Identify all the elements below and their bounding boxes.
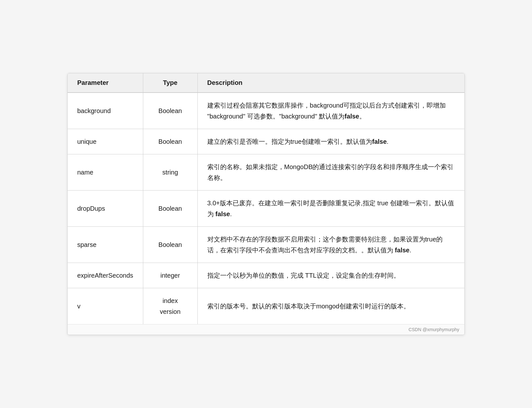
cell-param: sparse bbox=[68, 227, 143, 263]
cell-type: Boolean bbox=[143, 227, 197, 263]
cell-param: expireAfterSeconds bbox=[68, 263, 143, 288]
cell-desc: 索引的名称。如果未指定，MongoDB的通过连接索引的字段名和排序顺序生成一个索… bbox=[197, 154, 464, 191]
cell-param: background bbox=[68, 93, 143, 129]
footer: CSDN @xmurphymurphy bbox=[68, 324, 464, 335]
table-row: vindexversion索引的版本号。默认的索引版本取决于mongod创建索引… bbox=[68, 288, 464, 324]
cell-desc: 对文档中不存在的字段数据不启用索引；这个参数需要特别注意，如果设置为true的话… bbox=[197, 227, 464, 263]
cell-param: v bbox=[68, 288, 143, 324]
header-parameter: Parameter bbox=[68, 73, 143, 93]
cell-desc: 指定一个以秒为单位的数值，完成 TTL设定，设定集合的生存时间。 bbox=[197, 263, 464, 288]
cell-param: name bbox=[68, 154, 143, 191]
cell-desc: 索引的版本号。默认的索引版本取决于mongod创建索引时运行的版本。 bbox=[197, 288, 464, 324]
cell-type: Boolean bbox=[143, 129, 197, 154]
main-container: Parameter Type Description backgroundBoo… bbox=[67, 73, 465, 335]
table-row: backgroundBoolean建索引过程会阻塞其它数据库操作，backgro… bbox=[68, 93, 464, 129]
table-row: namestring索引的名称。如果未指定，MongoDB的通过连接索引的字段名… bbox=[68, 154, 464, 191]
table-header-row: Parameter Type Description bbox=[68, 73, 464, 93]
desc-bold-text: false bbox=[345, 113, 359, 120]
table-row: uniqueBoolean建立的索引是否唯一。指定为true创建唯一索引。默认值… bbox=[68, 129, 464, 154]
cell-desc: 建立的索引是否唯一。指定为true创建唯一索引。默认值为false. bbox=[197, 129, 464, 154]
cell-type: Boolean bbox=[143, 93, 197, 129]
cell-type: integer bbox=[143, 263, 197, 288]
desc-bold-text: false bbox=[395, 247, 410, 254]
desc-bold-text: false bbox=[215, 210, 230, 217]
header-type: Type bbox=[143, 73, 197, 93]
params-table: Parameter Type Description backgroundBoo… bbox=[68, 73, 464, 324]
cell-type: Boolean bbox=[143, 191, 197, 227]
footer-text: CSDN @xmurphymurphy bbox=[409, 327, 459, 332]
table-row: sparseBoolean对文档中不存在的字段数据不启用索引；这个参数需要特别注… bbox=[68, 227, 464, 263]
cell-desc: 建索引过程会阻塞其它数据库操作，background可指定以后台方式创建索引，即… bbox=[197, 93, 464, 129]
cell-type: string bbox=[143, 154, 197, 191]
cell-type: indexversion bbox=[143, 288, 197, 324]
table-row: expireAfterSecondsinteger指定一个以秒为单位的数值，完成… bbox=[68, 263, 464, 288]
cell-param: dropDups bbox=[68, 191, 143, 227]
table-row: dropDupsBoolean3.0+版本已废弃。在建立唯一索引时是否删除重复记… bbox=[68, 191, 464, 227]
desc-bold-text: false bbox=[372, 138, 387, 145]
cell-desc: 3.0+版本已废弃。在建立唯一索引时是否删除重复记录,指定 true 创建唯一索… bbox=[197, 191, 464, 227]
header-description: Description bbox=[197, 73, 464, 93]
cell-param: unique bbox=[68, 129, 143, 154]
